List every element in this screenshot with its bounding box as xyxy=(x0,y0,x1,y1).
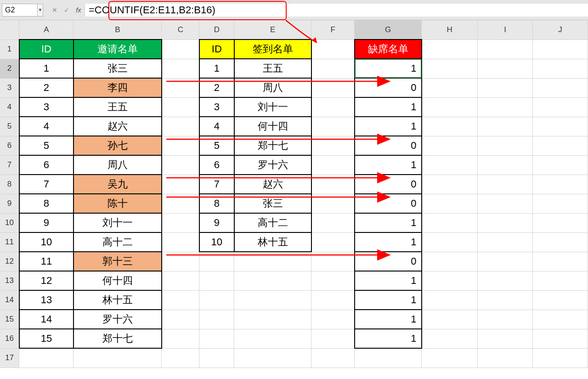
cell-C9[interactable] xyxy=(162,194,199,213)
cell-H12[interactable] xyxy=(422,252,478,271)
cell-E2[interactable]: 王五 xyxy=(234,59,311,78)
row-header-14[interactable]: 14 xyxy=(0,290,19,310)
cell-G4[interactable]: 1 xyxy=(355,97,422,117)
cell-E5[interactable]: 何十四 xyxy=(234,117,311,136)
col-header-A[interactable]: A xyxy=(19,20,74,40)
row-header-2[interactable]: 2 xyxy=(0,59,19,78)
col-header-J[interactable]: J xyxy=(532,20,588,40)
cell-H3[interactable] xyxy=(422,78,478,97)
cell-H9[interactable] xyxy=(422,194,478,213)
cell-G9[interactable]: 0 xyxy=(355,194,422,213)
cell-D15[interactable] xyxy=(199,310,234,329)
cell-E8[interactable]: 赵六 xyxy=(234,175,311,194)
cell-H8[interactable] xyxy=(422,175,478,194)
cell-D2[interactable]: 1 xyxy=(199,59,234,78)
cell-I2[interactable] xyxy=(478,59,533,78)
cell-H7[interactable] xyxy=(422,155,478,175)
cell-J11[interactable] xyxy=(532,232,588,252)
cell-I12[interactable] xyxy=(478,252,533,271)
row-header-16[interactable]: 16 xyxy=(0,329,19,348)
cell-E15[interactable] xyxy=(234,310,311,329)
cell-J14[interactable] xyxy=(532,290,588,310)
cell-B17[interactable] xyxy=(74,348,162,368)
cell-C13[interactable] xyxy=(162,271,199,290)
cell-D14[interactable] xyxy=(199,290,234,310)
cell-B6[interactable]: 孙七 xyxy=(74,136,162,155)
row-header-3[interactable]: 3 xyxy=(0,78,19,97)
cell-B7[interactable]: 周八 xyxy=(74,155,162,175)
cell-D16[interactable] xyxy=(199,329,234,348)
fx-icon[interactable]: fx xyxy=(73,4,85,17)
row-header-9[interactable]: 9 xyxy=(0,194,19,213)
row-header-17[interactable]: 17 xyxy=(0,348,19,368)
cell-A11[interactable]: 10 xyxy=(19,232,74,252)
cell-C15[interactable] xyxy=(162,310,199,329)
col-header-D[interactable]: D xyxy=(199,20,234,40)
cell-J16[interactable] xyxy=(532,329,588,348)
cell-J4[interactable] xyxy=(532,97,588,117)
cell-F4[interactable] xyxy=(311,97,355,117)
cell-A8[interactable]: 7 xyxy=(19,175,74,194)
cell-A17[interactable] xyxy=(19,348,74,368)
cell-I15[interactable] xyxy=(478,310,533,329)
cell-C8[interactable] xyxy=(162,175,199,194)
cell-J15[interactable] xyxy=(532,310,588,329)
cell-A10[interactable]: 9 xyxy=(19,213,74,232)
cell-J13[interactable] xyxy=(532,271,588,290)
row-header-13[interactable]: 13 xyxy=(0,271,19,290)
cell-A15[interactable]: 14 xyxy=(19,310,74,329)
cell-H16[interactable] xyxy=(422,329,478,348)
cell-G11[interactable]: 1 xyxy=(355,232,422,252)
cell-C10[interactable] xyxy=(162,213,199,232)
confirm-icon[interactable]: ✓ xyxy=(61,4,73,17)
cell-J5[interactable] xyxy=(532,117,588,136)
cell-C12[interactable] xyxy=(162,252,199,271)
cell-D13[interactable] xyxy=(199,271,234,290)
cell-I4[interactable] xyxy=(478,97,533,117)
col-header-H[interactable]: H xyxy=(422,20,478,40)
cell-H1[interactable] xyxy=(422,40,478,59)
cell-B1[interactable]: 邀请名单 xyxy=(74,40,162,59)
select-all-corner[interactable] xyxy=(0,20,19,40)
cell-H14[interactable] xyxy=(422,290,478,310)
cell-F16[interactable] xyxy=(311,329,355,348)
row-header-15[interactable]: 15 xyxy=(0,310,19,329)
cell-F11[interactable] xyxy=(311,232,355,252)
cell-I10[interactable] xyxy=(478,213,533,232)
cell-E11[interactable]: 林十五 xyxy=(234,232,311,252)
cell-C4[interactable] xyxy=(162,97,199,117)
cell-C6[interactable] xyxy=(162,136,199,155)
spreadsheet-grid[interactable]: ABCDEFGHIJ1ID邀请名单ID签到名单缺席名单21张三1王五132李四2… xyxy=(0,20,588,368)
cell-B3[interactable]: 李四 xyxy=(74,78,162,97)
cell-G15[interactable]: 1 xyxy=(355,310,422,329)
cell-F12[interactable] xyxy=(311,252,355,271)
cell-E7[interactable]: 罗十六 xyxy=(234,155,311,175)
row-header-5[interactable]: 5 xyxy=(0,117,19,136)
cell-I6[interactable] xyxy=(478,136,533,155)
cell-I11[interactable] xyxy=(478,232,533,252)
cell-B16[interactable]: 郑十七 xyxy=(74,329,162,348)
cell-G6[interactable]: 0 xyxy=(355,136,422,155)
cell-F10[interactable] xyxy=(311,213,355,232)
cancel-icon[interactable]: ✕ xyxy=(49,4,61,17)
cell-H11[interactable] xyxy=(422,232,478,252)
cell-I16[interactable] xyxy=(478,329,533,348)
cell-G1[interactable]: 缺席名单 xyxy=(355,40,422,59)
cell-G13[interactable]: 1 xyxy=(355,271,422,290)
cell-F6[interactable] xyxy=(311,136,355,155)
cell-F7[interactable] xyxy=(311,155,355,175)
cell-E10[interactable]: 高十二 xyxy=(234,213,311,232)
cell-G10[interactable]: 1 xyxy=(355,213,422,232)
cell-A5[interactable]: 4 xyxy=(19,117,74,136)
cell-J8[interactable] xyxy=(532,175,588,194)
cell-G14[interactable]: 1 xyxy=(355,290,422,310)
cell-B14[interactable]: 林十五 xyxy=(74,290,162,310)
cell-E12[interactable] xyxy=(234,252,311,271)
cell-H15[interactable] xyxy=(422,310,478,329)
cell-J1[interactable] xyxy=(532,40,588,59)
col-header-E[interactable]: E xyxy=(234,20,311,40)
formula-input[interactable]: =COUNTIF(E2:E11,B2:B16) xyxy=(85,4,588,17)
cell-I17[interactable] xyxy=(478,348,533,368)
cell-C11[interactable] xyxy=(162,232,199,252)
row-header-4[interactable]: 4 xyxy=(0,97,19,117)
